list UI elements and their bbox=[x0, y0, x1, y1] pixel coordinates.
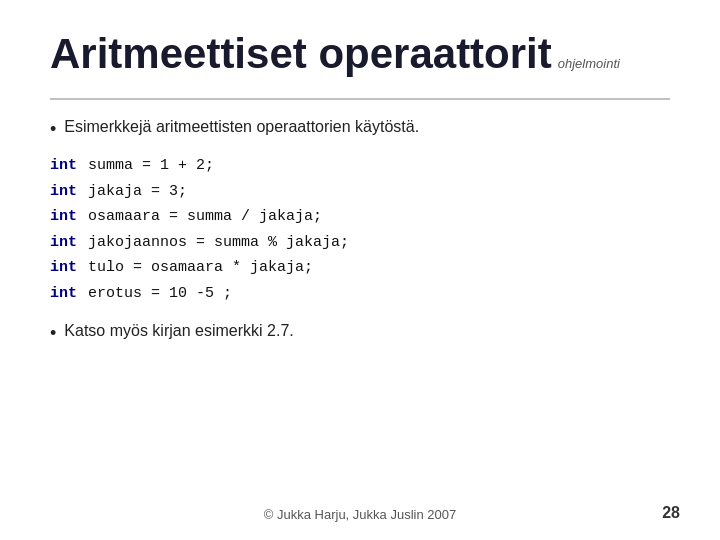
keyword-5: int bbox=[50, 255, 88, 281]
code-rest-4: jakojaannos = summa % jakaja; bbox=[88, 230, 349, 256]
page-number: 28 bbox=[662, 504, 680, 522]
slide-subtitle: ohjelmointi bbox=[558, 56, 620, 71]
code-block: int summa = 1 + 2; int jakaja = 3; int o… bbox=[50, 153, 670, 306]
code-rest-5: tulo = osamaara * jakaja; bbox=[88, 255, 313, 281]
code-line-5: int tulo = osamaara * jakaja; bbox=[50, 255, 670, 281]
keyword-6: int bbox=[50, 281, 88, 307]
slide-container: Aritmeettiset operaattorit ohjelmointi •… bbox=[0, 0, 720, 540]
keyword-3: int bbox=[50, 204, 88, 230]
bullet-2: • Katso myös kirjan esimerkki 2.7. bbox=[50, 322, 670, 345]
bullet-2-text: Katso myös kirjan esimerkki 2.7. bbox=[64, 322, 293, 340]
bullet-1: • Esimerkkejä aritmeettisten operaattori… bbox=[50, 118, 670, 141]
keyword-2: int bbox=[50, 179, 88, 205]
footer-copyright: © Jukka Harju, Jukka Juslin 2007 bbox=[264, 507, 456, 522]
title-area: Aritmeettiset operaattorit ohjelmointi bbox=[50, 30, 670, 78]
bullet-dot-2: • bbox=[50, 322, 56, 345]
code-rest-6: erotus = 10 -5 ; bbox=[88, 281, 232, 307]
code-line-2: int jakaja = 3; bbox=[50, 179, 670, 205]
code-rest-3: osamaara = summa / jakaja; bbox=[88, 204, 322, 230]
slide-title: Aritmeettiset operaattorit bbox=[50, 30, 552, 78]
footer: © Jukka Harju, Jukka Juslin 2007 bbox=[0, 507, 720, 522]
code-line-4: int jakojaannos = summa % jakaja; bbox=[50, 230, 670, 256]
code-line-1: int summa = 1 + 2; bbox=[50, 153, 670, 179]
bullet-dot-1: • bbox=[50, 118, 56, 141]
keyword-4: int bbox=[50, 230, 88, 256]
code-line-6: int erotus = 10 -5 ; bbox=[50, 281, 670, 307]
keyword-1: int bbox=[50, 153, 88, 179]
code-rest-2: jakaja = 3; bbox=[88, 179, 187, 205]
title-divider bbox=[50, 98, 670, 100]
bullet-1-text: Esimerkkejä aritmeettisten operaattorien… bbox=[64, 118, 419, 136]
code-rest-1: summa = 1 + 2; bbox=[88, 153, 214, 179]
code-line-3: int osamaara = summa / jakaja; bbox=[50, 204, 670, 230]
